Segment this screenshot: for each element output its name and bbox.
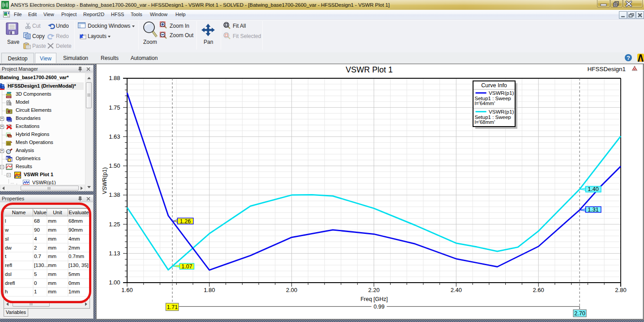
svg-text:Freq [GHz]: Freq [GHz] xyxy=(360,296,388,302)
svg-text:1.88: 1.88 xyxy=(109,75,120,81)
svg-text:Curve Info: Curve Info xyxy=(481,82,507,89)
svg-text:VSWR Plot 1: VSWR Plot 1 xyxy=(345,65,392,74)
svg-text:Setup1 : Sweep: Setup1 : Sweep xyxy=(475,114,511,120)
svg-text:1.75: 1.75 xyxy=(109,104,120,111)
svg-text:1.25: 1.25 xyxy=(109,221,120,228)
svg-text:HFSSDesign1: HFSSDesign1 xyxy=(587,66,626,72)
svg-text:1.13: 1.13 xyxy=(109,250,120,257)
svg-text:1.50: 1.50 xyxy=(109,162,120,169)
svg-text:2.00: 2.00 xyxy=(286,287,297,293)
svg-text:1.80: 1.80 xyxy=(204,287,215,293)
svg-text:2.20: 2.20 xyxy=(368,287,380,293)
svg-text:Setup1 : Sweep: Setup1 : Sweep xyxy=(475,96,511,101)
svg-text:1.07: 1.07 xyxy=(181,263,192,270)
svg-text:2.70: 2.70 xyxy=(574,310,585,317)
svg-text:1.63: 1.63 xyxy=(109,133,120,140)
svg-text:2.40: 2.40 xyxy=(451,287,462,293)
svg-text:1.60: 1.60 xyxy=(121,287,132,293)
svg-text:1.26: 1.26 xyxy=(180,218,191,225)
svg-text:1.38: 1.38 xyxy=(109,191,120,198)
svg-text:l='68mm': l='68mm' xyxy=(475,119,495,125)
svg-text:l='64mm': l='64mm' xyxy=(475,101,495,106)
svg-text:1.40: 1.40 xyxy=(588,186,598,192)
svg-text:1.31: 1.31 xyxy=(588,207,598,213)
svg-text:1.71: 1.71 xyxy=(167,304,178,310)
svg-text:0.99: 0.99 xyxy=(374,304,384,310)
svg-text:1.00: 1.00 xyxy=(109,279,120,286)
svg-text:2.80: 2.80 xyxy=(615,287,626,293)
svg-text:VSWR(p1): VSWR(p1) xyxy=(102,167,108,194)
svg-text:2.60: 2.60 xyxy=(533,287,544,293)
